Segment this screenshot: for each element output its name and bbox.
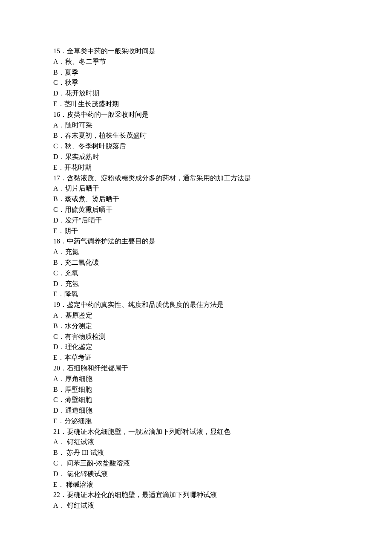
option: C．有害物质检测 [53, 332, 339, 342]
option-text: 厚壁细胞 [65, 386, 92, 393]
option-letter: E． [53, 290, 64, 298]
option: B．充二氧化碳 [53, 257, 339, 268]
option-letter: C． [53, 269, 65, 277]
option-text: 秋、冬季树叶脱落后 [65, 142, 126, 150]
option: E．阴干 [53, 226, 339, 237]
question-text: 中药气调养护法的主要目的是 [67, 237, 156, 245]
question-text: 要确证木化细胞壁，一般应滴加下列哪种试液，显红色 [67, 428, 231, 435]
question-stem: 20．石细胞和纤维都属于 [53, 363, 339, 374]
option: C． 间苯三酚-浓盐酸溶液 [53, 458, 339, 469]
option-letter: D． [53, 407, 65, 414]
option: A．充氮 [53, 247, 339, 257]
option-letter: D． [53, 217, 65, 224]
option: D．果实成熟时 [53, 152, 339, 162]
option-letter: C． [53, 396, 65, 403]
option-letter: E． [53, 227, 64, 234]
question-stem: 17．含黏液质、淀粉或糖类成分多的药材，通常采用的加工方法是 [53, 173, 339, 184]
option: D．充氢 [53, 279, 339, 289]
option-text: 果实成熟时 [65, 153, 99, 160]
option-text: 通道细胞 [65, 407, 92, 414]
option-letter: A． [53, 502, 67, 509]
option-letter: D． [53, 470, 67, 477]
option: B．春末夏初，植株生长茂盛时 [53, 130, 339, 141]
option-text: 花开放时期 [65, 90, 99, 97]
option-text: 春末夏初，植株生长茂盛时 [65, 132, 147, 139]
option-letter: D． [53, 90, 65, 97]
option: D．发汗"后晒干 [53, 215, 339, 226]
option-text: 基原鉴定 [65, 312, 92, 319]
option: D．通道细胞 [53, 405, 339, 416]
option-text: 氯化锌碘试液 [67, 470, 108, 477]
question-number: 19． [53, 301, 67, 308]
option-letter: E． [53, 164, 64, 171]
option-text: 间苯三酚-浓盐酸溶液 [66, 460, 130, 467]
option-text: 开花时期 [64, 164, 92, 171]
option: C．薄壁细胞 [53, 395, 339, 405]
option: E．茎叶生长茂盛时期 [53, 99, 339, 110]
question-stem: 15．全草类中药的一般采收时间是 [53, 46, 339, 57]
option-text: 阴干 [64, 227, 78, 234]
question-stem: 18．中药气调养护法的主要目的是 [53, 236, 339, 247]
question-text: 皮类中药的一般采收时间是 [67, 111, 149, 118]
question-number: 15． [53, 47, 67, 55]
option-text: 有害物质检测 [65, 333, 106, 340]
option-text: 薄壁细胞 [65, 396, 92, 403]
option-text: 随时可采 [65, 121, 92, 129]
question-stem: 16．皮类中药的一般采收时间是 [53, 110, 339, 120]
option-text: 秋、冬二季节 [65, 58, 106, 65]
question-text: 鉴定中药的真实性、纯度和品质优良度的最佳方法是 [67, 301, 224, 308]
option-text: 用硫黄熏后晒干 [65, 206, 112, 213]
option-letter: C． [53, 79, 65, 86]
option-text: 充氢 [65, 280, 79, 287]
question-text: 石细胞和纤维都属于 [67, 364, 128, 372]
option-letter: B． [53, 322, 65, 330]
option: C．秋季 [53, 78, 339, 88]
option: E．开花时期 [53, 162, 339, 173]
question-stem: 21．要确证木化细胞壁，一般应滴加下列哪种试液，显红色 [53, 427, 339, 437]
option-text: 钌红试液 [67, 502, 94, 509]
option-letter: B． [53, 69, 65, 76]
option-text: 茎叶生长茂盛时期 [64, 100, 119, 107]
option: E．分泌细胞 [53, 416, 339, 427]
option: C．充氧 [53, 268, 339, 279]
option-letter: B． [53, 386, 65, 393]
option-letter: C． [53, 142, 65, 150]
option-letter: C． [53, 206, 65, 213]
option-text: 秋季 [65, 79, 78, 86]
option-text: 理化鉴定 [65, 343, 92, 350]
option-letter: A． [53, 58, 65, 65]
option-letter: E． [53, 100, 64, 107]
option-text: 本草考证 [64, 354, 92, 361]
option: D． 氯化锌碘试液 [53, 469, 339, 480]
option-text: 降氧 [64, 290, 78, 298]
option: D．花开放时期 [53, 88, 339, 99]
option-letter: B． [53, 132, 65, 139]
option-letter: C． [53, 333, 65, 340]
option-text: 厚角细胞 [65, 375, 92, 382]
option-text: 夏季 [65, 69, 78, 76]
option: B． 苏丹 III 试液 [53, 448, 339, 458]
question-stem: 22．要确证木栓化的细胞壁，最适宜滴加下列哪种试液 [53, 490, 339, 500]
question-text: 含黏液质、淀粉或糖类成分多的药材，通常采用的加工方法是 [67, 174, 251, 182]
option: E．降氧 [53, 289, 339, 300]
option: A．厚角细胞 [53, 374, 339, 384]
option-text: 蒸或煮、烫后晒干 [65, 195, 119, 202]
document-page: 15．全草类中药的一般采收时间是 A．秋、冬二季节 B．夏季 C．秋季 D．花开… [0, 0, 392, 537]
option-letter: A． [53, 248, 65, 255]
option-letter: D． [53, 280, 65, 287]
option: A．切片后晒干 [53, 183, 339, 194]
option: B．蒸或煮、烫后晒干 [53, 194, 339, 205]
question-stem: 19．鉴定中药的真实性、纯度和品质优良度的最佳方法是 [53, 300, 339, 310]
option: B．厚壁细胞 [53, 384, 339, 395]
question-number: 18． [53, 237, 67, 245]
option-text: 切片后晒干 [65, 185, 99, 192]
option-text: 分泌细胞 [64, 417, 92, 425]
option: E．本草考证 [53, 353, 339, 363]
option-letter: D． [53, 153, 65, 160]
option-text: 充氧 [65, 269, 78, 277]
question-number: 20． [53, 364, 67, 372]
question-number: 21． [53, 428, 67, 435]
option-letter: B． [53, 449, 66, 456]
option: D．理化鉴定 [53, 342, 339, 353]
option: C．用硫黄熏后晒干 [53, 205, 339, 215]
